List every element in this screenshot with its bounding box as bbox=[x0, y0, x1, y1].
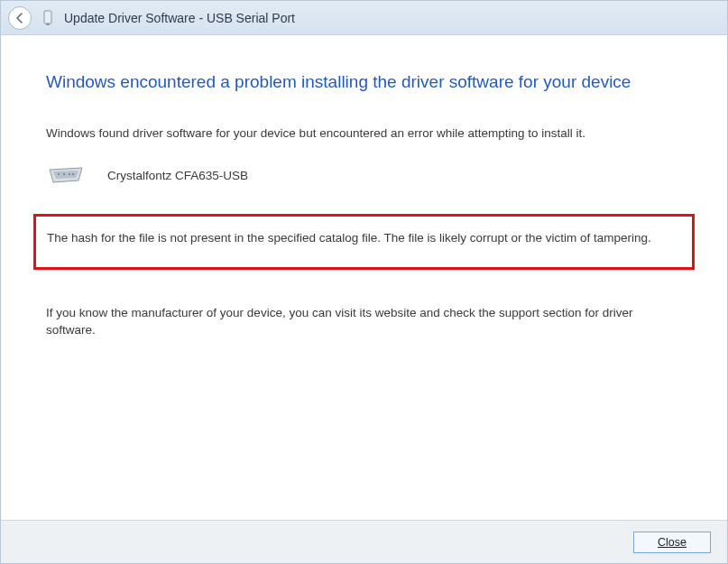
svg-rect-1 bbox=[46, 23, 50, 25]
svg-point-6 bbox=[69, 173, 70, 175]
error-highlight-box: The hash for the file is not present in … bbox=[33, 214, 695, 270]
help-text: If you know the manufacturer of your dev… bbox=[46, 304, 682, 339]
svg-rect-0 bbox=[44, 11, 51, 23]
content-area: Windows encountered a problem installing… bbox=[1, 35, 727, 520]
arrow-left-icon bbox=[14, 12, 26, 24]
intro-text: Windows found driver software for your d… bbox=[46, 125, 682, 143]
titlebar: Update Driver Software - USB Serial Port bbox=[1, 1, 727, 35]
device-row: Crystalfontz CFA635-USB bbox=[46, 162, 682, 189]
error-message: The hash for the file is not present in … bbox=[47, 229, 681, 247]
svg-point-7 bbox=[72, 173, 74, 175]
page-heading: Windows encountered a problem installing… bbox=[46, 71, 682, 94]
dialog-window: Update Driver Software - USB Serial Port… bbox=[0, 0, 728, 564]
close-button[interactable]: Close bbox=[633, 532, 711, 553]
device-name: Crystalfontz CFA635-USB bbox=[107, 169, 248, 182]
window-title: Update Driver Software - USB Serial Port bbox=[64, 11, 295, 25]
dialog-footer: Close bbox=[1, 520, 727, 563]
svg-marker-3 bbox=[53, 171, 78, 179]
device-small-icon bbox=[41, 9, 55, 27]
svg-point-4 bbox=[58, 173, 60, 175]
back-button[interactable] bbox=[8, 6, 32, 30]
svg-point-5 bbox=[63, 173, 65, 175]
serial-port-icon bbox=[46, 162, 86, 189]
